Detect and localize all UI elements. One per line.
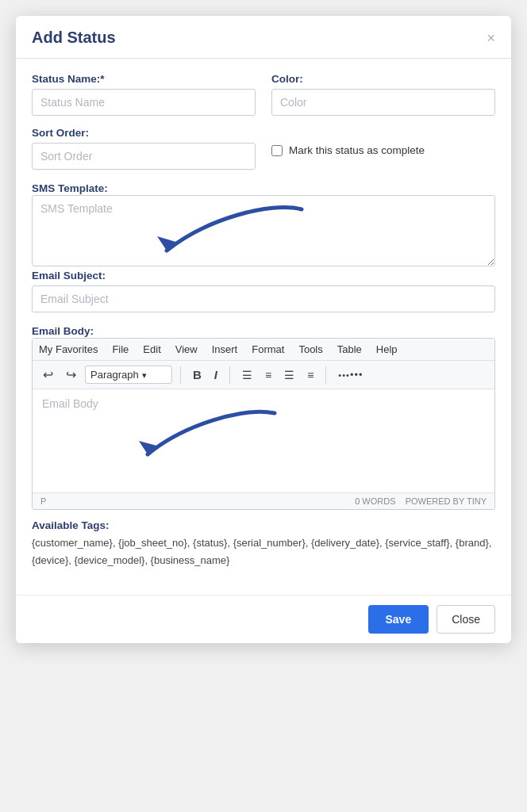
- toolbar-separator-2: [229, 366, 230, 384]
- redo-button[interactable]: ↪: [62, 365, 80, 385]
- group-email-subject: Email Subject:: [32, 270, 495, 312]
- redo-icon: ↪: [66, 367, 76, 382]
- email-body-placeholder: Email Body: [42, 397, 98, 410]
- sms-template-input[interactable]: [32, 195, 495, 266]
- align-left-icon: ☰: [242, 369, 252, 381]
- close-icon[interactable]: ×: [487, 31, 495, 45]
- close-button[interactable]: Close: [437, 605, 495, 634]
- italic-icon: I: [214, 368, 217, 381]
- toolbar-separator-1: [180, 366, 181, 384]
- toolbar-separator-3: [325, 366, 326, 384]
- editor-stats: 0 WORDS POWERED BY TINY: [355, 496, 487, 506]
- modal-body: Status Name:* Color: Sort Order: Mark th…: [16, 59, 511, 595]
- bold-icon: B: [193, 368, 202, 381]
- mark-complete-row: Mark this status as complete: [271, 127, 495, 156]
- align-right-icon: ☰: [284, 369, 294, 381]
- row-status-color: Status Name:* Color:: [32, 73, 495, 116]
- editor-wrapper: My Favorites File Edit View Insert Forma…: [32, 338, 495, 510]
- add-status-modal: Add Status × Status Name:* Color: Sort O…: [16, 16, 511, 643]
- email-body-label: Email Body:: [32, 325, 94, 337]
- align-left-button[interactable]: ☰: [238, 366, 256, 384]
- email-body-arrow-annotation: [128, 397, 287, 469]
- powered-by: POWERED BY TINY: [406, 496, 487, 506]
- email-subject-input[interactable]: [32, 285, 495, 312]
- group-mark-complete: Mark this status as complete: [271, 127, 495, 170]
- menu-my-favorites[interactable]: My Favorites: [39, 342, 98, 357]
- menu-help[interactable]: Help: [376, 342, 398, 357]
- menu-file[interactable]: File: [112, 342, 129, 357]
- group-color: Color:: [271, 73, 495, 116]
- menu-edit[interactable]: Edit: [143, 342, 160, 357]
- more-icon: •••: [338, 369, 363, 381]
- modal-footer: Save Close: [16, 595, 511, 643]
- chevron-down-icon: [142, 369, 147, 381]
- sort-order-input[interactable]: [32, 143, 256, 170]
- group-status-name: Status Name:*: [32, 73, 256, 116]
- sms-textarea-wrapper: [32, 195, 495, 270]
- sort-order-label: Sort Order:: [32, 127, 256, 139]
- modal-title: Add Status: [32, 29, 116, 47]
- editor-content[interactable]: Email Body: [33, 389, 494, 492]
- email-subject-label: Email Subject:: [32, 270, 495, 282]
- available-tags-text: {customer_name}, {job_sheet_no}, {status…: [32, 534, 495, 569]
- sms-section: SMS Template:: [32, 181, 495, 270]
- menu-tools[interactable]: Tools: [298, 342, 322, 357]
- modal-header: Add Status ×: [16, 16, 511, 59]
- word-count: 0 WORDS: [355, 496, 395, 506]
- paragraph-label: Paragraph: [90, 369, 139, 381]
- editor-toolbar: ↩ ↪ Paragraph B I: [33, 361, 494, 389]
- mark-complete-label: Mark this status as complete: [289, 144, 425, 156]
- undo-button[interactable]: ↩: [39, 365, 57, 385]
- italic-button[interactable]: I: [210, 366, 221, 384]
- available-tags-label: Available Tags:: [32, 519, 495, 531]
- undo-icon: ↩: [43, 367, 53, 382]
- align-justify-button[interactable]: ≡: [303, 366, 317, 384]
- sms-template-label: SMS Template:: [32, 182, 108, 194]
- menu-view[interactable]: View: [175, 342, 198, 357]
- menu-insert[interactable]: Insert: [212, 342, 238, 357]
- status-name-input[interactable]: [32, 89, 256, 116]
- menu-table[interactable]: Table: [337, 342, 362, 357]
- color-input[interactable]: [271, 89, 495, 116]
- email-body-section: Email Body: My Favorites File Edit View …: [32, 324, 495, 510]
- align-justify-icon: ≡: [307, 369, 314, 381]
- editor-menubar: My Favorites File Edit View Insert Forma…: [33, 339, 494, 361]
- status-name-label: Status Name:*: [32, 73, 256, 85]
- more-options-button[interactable]: •••: [334, 366, 367, 383]
- align-right-button[interactable]: ☰: [280, 366, 298, 384]
- align-center-icon: ≡: [265, 369, 271, 381]
- group-sort-order: Sort Order:: [32, 127, 256, 170]
- bold-button[interactable]: B: [189, 366, 206, 384]
- color-label: Color:: [271, 73, 495, 85]
- save-button[interactable]: Save: [368, 605, 429, 634]
- row-sort-order: Sort Order: Mark this status as complete: [32, 127, 495, 170]
- align-center-button[interactable]: ≡: [261, 366, 275, 384]
- mark-complete-checkbox[interactable]: [271, 145, 283, 156]
- menu-format[interactable]: Format: [252, 342, 284, 357]
- editor-footer: P 0 WORDS POWERED BY TINY: [33, 492, 494, 509]
- available-tags-section: Available Tags: {customer_name}, {job_sh…: [32, 519, 495, 569]
- paragraph-select[interactable]: Paragraph: [85, 366, 172, 384]
- paragraph-indicator: P: [40, 496, 46, 506]
